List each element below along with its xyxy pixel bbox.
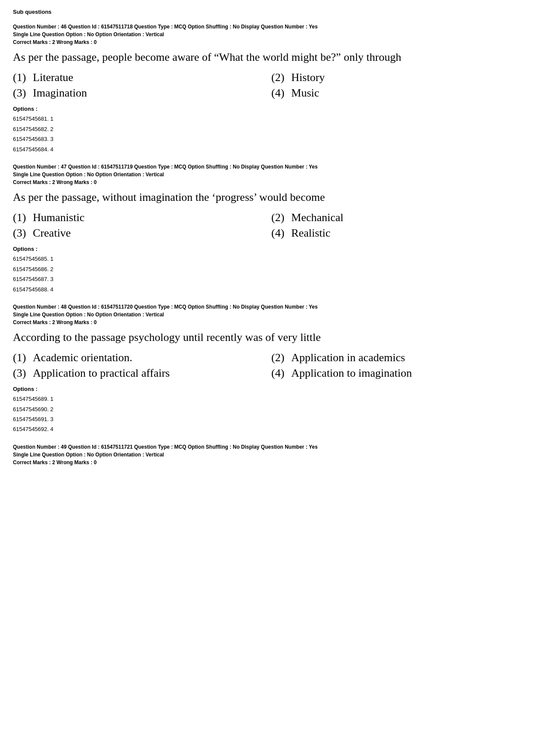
option-item-1-2: (2)History <box>271 71 521 84</box>
option-num: (3) <box>13 367 26 380</box>
option-item-2-3: (3)Creative <box>13 227 263 240</box>
question-meta-2: Question Number : 47 Question Id : 61547… <box>13 163 521 178</box>
option-id: 61547545688. 4 <box>13 284 521 294</box>
options-label-2: Options : <box>13 246 521 252</box>
option-id: 61547545683. 3 <box>13 134 521 144</box>
option-text: Academic orientation. <box>33 351 132 364</box>
option-num: (3) <box>13 227 26 240</box>
option-num: (3) <box>13 87 26 100</box>
option-num: (1) <box>13 351 26 364</box>
option-num: (1) <box>13 211 26 224</box>
option-id: 61547545686. 2 <box>13 264 521 274</box>
options-ids-2: 61547545685. 161547545686. 261547545687.… <box>13 254 521 294</box>
option-num: (1) <box>13 71 26 84</box>
options-ids-1: 61547545681. 161547545682. 261547545683.… <box>13 114 521 154</box>
option-text: Imagination <box>33 87 87 100</box>
question-block-4: Question Number : 49 Question Id : 61547… <box>13 443 521 465</box>
question-marks-3: Correct Marks : 2 Wrong Marks : 0 <box>13 319 521 325</box>
option-id: 61547545689. 1 <box>13 394 521 404</box>
option-item-2-1: (1)Humanistic <box>13 211 263 224</box>
question-text-2: As per the passage, without imagination … <box>13 190 521 205</box>
option-text: Realistic <box>291 227 330 240</box>
question-meta-3: Question Number : 48 Question Id : 61547… <box>13 303 521 319</box>
option-item-1-3: (3)Imagination <box>13 87 263 100</box>
option-item-3-4: (4)Application to imagination <box>271 367 521 380</box>
option-text: History <box>291 71 325 84</box>
option-id: 61547545690. 2 <box>13 404 521 414</box>
question-block-3: Question Number : 48 Question Id : 61547… <box>13 303 521 434</box>
option-text: Application in academics <box>291 351 405 364</box>
question-marks-4: Correct Marks : 2 Wrong Marks : 0 <box>13 459 521 465</box>
option-num: (4) <box>271 367 284 380</box>
option-item-1-1: (1)Literatue <box>13 71 263 84</box>
question-block-2: Question Number : 47 Question Id : 61547… <box>13 163 521 294</box>
option-num: (2) <box>271 351 284 364</box>
option-id: 61547545692. 4 <box>13 424 521 434</box>
option-num: (4) <box>271 227 284 240</box>
option-item-3-2: (2)Application in academics <box>271 351 521 364</box>
option-text: Application to imagination <box>291 367 412 380</box>
question-marks-2: Correct Marks : 2 Wrong Marks : 0 <box>13 179 521 185</box>
question-marks-1: Correct Marks : 2 Wrong Marks : 0 <box>13 39 521 45</box>
options-label-3: Options : <box>13 386 521 392</box>
options-grid-1: (1)Literatue(2)History(3)Imagination(4)M… <box>13 71 521 100</box>
page-title: Sub questions <box>13 9 521 15</box>
question-block-1: Question Number : 46 Question Id : 61547… <box>13 23 521 154</box>
option-item-3-3: (3)Application to practical affairs <box>13 367 263 380</box>
options-grid-2: (1)Humanistic(2)Mechanical(3)Creative(4)… <box>13 211 521 240</box>
option-id: 61547545691. 3 <box>13 414 521 424</box>
option-text: Music <box>291 87 319 100</box>
option-id: 61547545684. 4 <box>13 144 521 154</box>
option-id: 61547545682. 2 <box>13 124 521 134</box>
option-id: 61547545685. 1 <box>13 254 521 264</box>
option-text: Literatue <box>33 71 73 84</box>
options-grid-3: (1)Academic orientation.(2)Application i… <box>13 351 521 380</box>
option-num: (2) <box>271 211 284 224</box>
option-text: Mechanical <box>291 211 343 224</box>
option-item-1-4: (4)Music <box>271 87 521 100</box>
question-text-3: According to the passage psychology unti… <box>13 330 521 345</box>
option-item-2-4: (4)Realistic <box>271 227 521 240</box>
option-id: 61547545681. 1 <box>13 114 521 124</box>
option-text: Humanistic <box>33 211 84 224</box>
option-id: 61547545687. 3 <box>13 274 521 284</box>
options-label-1: Options : <box>13 106 521 112</box>
question-meta-4: Question Number : 49 Question Id : 61547… <box>13 443 521 459</box>
option-num: (4) <box>271 87 284 100</box>
option-text: Application to practical affairs <box>33 367 170 380</box>
option-item-3-1: (1)Academic orientation. <box>13 351 263 364</box>
options-ids-3: 61547545689. 161547545690. 261547545691.… <box>13 394 521 434</box>
option-num: (2) <box>271 71 284 84</box>
question-meta-1: Question Number : 46 Question Id : 61547… <box>13 23 521 38</box>
option-item-2-2: (2)Mechanical <box>271 211 521 224</box>
question-text-1: As per the passage, people become aware … <box>13 50 521 65</box>
option-text: Creative <box>33 227 71 240</box>
